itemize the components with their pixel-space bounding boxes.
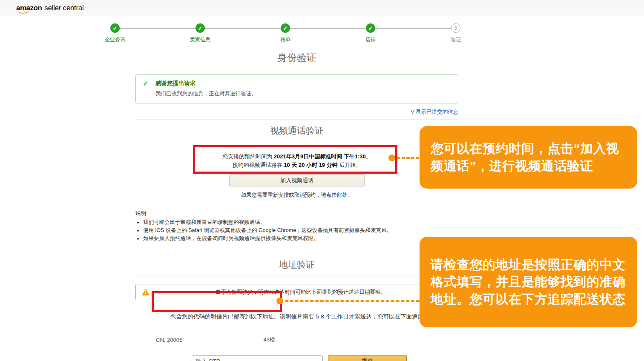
amazon-logo-text: amazon — [16, 4, 42, 12]
callout-address-tip: 请检查您的地址是按照正确的中文格式填写，并且是能够找到的准确地址。您可以在下方追… — [420, 237, 637, 327]
connector-dot — [276, 298, 283, 304]
mailing-address: CN, 20005 43楼 — [156, 332, 275, 348]
notes-heading: 说明: — [135, 210, 458, 217]
address-line-right: 43楼 — [264, 336, 275, 344]
step-number-circle: 5 — [451, 23, 460, 33]
submit-otp-button[interactable]: 提交 — [328, 355, 407, 361]
success-title: 感谢您提出请求 — [155, 80, 451, 87]
amazon-smile-icon — [17, 10, 30, 14]
check-circle-icon: ✓ — [366, 23, 375, 33]
red-highlight-join-button — [193, 145, 397, 174]
page: amazon seller central ✓ 企业资讯 ✓ 卖家信息 ✓ 账单… — [0, 0, 644, 361]
video-call-section-title: 视频通话验证 — [135, 125, 458, 141]
reschedule-line: 如果您需要重新安排或取消预约，请点击此处。 — [135, 192, 458, 199]
video-call-notes: 说明: 我们可能会出于审核和质量目的录制您的视频通话。 使用 iOS 设备上的 … — [135, 210, 458, 243]
step-business-info[interactable]: ✓ 企业资讯 — [97, 23, 133, 43]
section-divider — [135, 119, 458, 120]
registration-stepper: ✓ 企业资讯 ✓ 卖家信息 ✓ 账单 ✓ 店铺 5 验证 — [97, 23, 474, 43]
page-title: 身份验证 — [135, 51, 458, 64]
show-submitted-info-link[interactable]: V 显示已提交的信息 — [411, 109, 458, 115]
step-label[interactable]: 企业资讯 — [105, 36, 125, 43]
step-label: 验证 — [451, 36, 461, 43]
request-received-banner: ✓ 感谢您提出请求 我们已收到您的信息，正在对其进行验证。 — [135, 74, 458, 103]
connector-dashed-line — [285, 300, 420, 302]
step-label[interactable]: 账单 — [280, 36, 290, 43]
reschedule-here-link[interactable]: 此处 — [337, 192, 348, 198]
top-header: amazon seller central — [0, 0, 644, 16]
step-seller-info[interactable]: ✓ 卖家信息 — [182, 23, 218, 43]
step-label[interactable]: 店铺 — [365, 36, 376, 43]
address-line-left: CN, 20005 — [156, 337, 182, 343]
check-circle-icon: ✓ — [281, 23, 290, 33]
postcard-info: 包含您的代码的明信片已邮寄到以下地址。该明信片需要 5-8 个工作日才能送达，您… — [135, 313, 458, 321]
note-item: 我们可能会出于审核和质量目的录制您的视频通话。 — [143, 218, 458, 226]
success-body: 我们已收到您的信息，正在对其进行验证。 — [155, 90, 451, 97]
check-icon: ✓ — [143, 80, 148, 88]
callout-video-call-tip: 您可以在预约时间，点击“加入视频通话”，进行视频通话验证 — [420, 126, 637, 189]
step-verification: 5 验证 — [438, 23, 474, 43]
red-highlight-address — [152, 291, 282, 312]
step-store[interactable]: ✓ 店铺 — [353, 23, 388, 43]
note-item: 如果要加入预约通话，在设备询问时为视频通话提供摄像头和麦克风权限。 — [143, 235, 458, 243]
note-item: 使用 iOS 设备上的 Safari 浏览器或其他设备上的 Google Chr… — [143, 226, 458, 235]
otp-input[interactable] — [192, 355, 323, 361]
check-circle-icon: ✓ — [196, 23, 205, 33]
check-circle-icon: ✓ — [110, 23, 120, 33]
main-content: 身份验证 ✓ 感谢您提出请求 我们已收到您的信息，正在对其进行验证。 V 显示已… — [135, 51, 458, 361]
warning-triangle-icon — [142, 289, 150, 295]
address-section-title: 地址验证 — [135, 259, 458, 275]
amazon-seller-central-logo[interactable]: amazon seller central — [16, 4, 83, 12]
join-video-call-button[interactable]: 加入视频通话 — [229, 174, 365, 186]
step-billing[interactable]: ✓ 账单 — [267, 23, 303, 43]
connector-dashed-line — [397, 157, 419, 159]
connector-dot — [388, 155, 395, 161]
step-label[interactable]: 卖家信息 — [190, 36, 210, 43]
seller-central-logo-text: seller central — [44, 4, 83, 12]
